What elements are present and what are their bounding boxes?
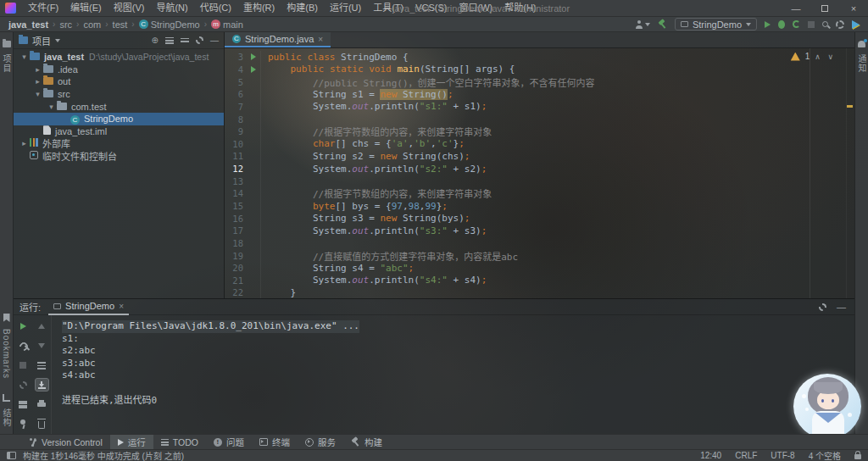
editor-tab[interactable]: C StringDemo.java ×	[225, 32, 331, 47]
user-avatar[interactable]	[793, 374, 861, 434]
tree-arrow-icon[interactable]: ▾	[19, 53, 30, 61]
close-button[interactable]: ×	[839, 0, 868, 16]
tree-arrow-icon[interactable]: ▾	[46, 103, 57, 111]
scrollbar-warning-mark[interactable]	[847, 105, 853, 108]
code-line[interactable]: 17 System.out.println("s3:" + s3);	[225, 225, 854, 237]
run-line-icon[interactable]	[251, 53, 256, 60]
tree-item-src[interactable]: ▾src	[14, 88, 224, 101]
code-line[interactable]: 5 //public String()，创建一个空白字符串对象，不含有任何内容	[225, 75, 854, 88]
file-encoding[interactable]: UTF-8	[771, 451, 794, 460]
tree-arrow-icon[interactable]: ▸	[32, 77, 43, 86]
collapse-all-button[interactable]	[181, 38, 189, 43]
menu-item[interactable]: 重构(R)	[237, 0, 281, 16]
plugin-icon[interactable]	[852, 20, 860, 29]
search-button[interactable]	[822, 21, 828, 27]
tool-stripe-bookmarks[interactable]: Bookmarks	[2, 314, 11, 379]
toolwindow-运行[interactable]: 运行	[110, 435, 153, 449]
panel-settings-button[interactable]	[196, 36, 203, 44]
run-line-icon[interactable]	[251, 66, 256, 73]
menu-item[interactable]: 代码(C)	[194, 0, 237, 16]
debug-button[interactable]	[778, 20, 785, 29]
code-line[interactable]: 22 }	[225, 286, 854, 298]
print-button[interactable]	[35, 397, 49, 411]
tree-item-out[interactable]: ▸out	[14, 75, 224, 88]
expand-all-button[interactable]	[165, 37, 174, 44]
lock-icon[interactable]	[854, 454, 861, 459]
profile-button[interactable]	[635, 20, 650, 29]
menu-item[interactable]: 文件(F)	[22, 0, 64, 16]
tree-item-java_test.iml[interactable]: java_test.iml	[14, 125, 224, 138]
tree-item---------[interactable]: 临时文件和控制台	[14, 150, 224, 163]
minimize-button[interactable]: —	[782, 0, 810, 16]
code-line[interactable]: 6 String s1 = new String();	[225, 88, 854, 101]
code-line[interactable]: 12 System.out.println("s2:" + s2);	[225, 163, 854, 175]
breadcrumb-item[interactable]: java_test	[8, 19, 48, 30]
run-tab[interactable]: StringDemo ×	[48, 299, 129, 315]
build-button[interactable]	[658, 19, 667, 29]
tree-arrow-icon[interactable]: ▸	[32, 65, 43, 74]
code-line[interactable]: 7 System.out.println("s1:" + s1);	[225, 101, 854, 114]
breadcrumb-item[interactable]: CStringDemo	[139, 19, 200, 30]
code-line[interactable]: 14 //根据字节数组的内容，来创建字符串对象	[225, 187, 854, 200]
stop-button[interactable]	[808, 21, 815, 28]
breadcrumb-item[interactable]: mmain	[211, 19, 243, 30]
toolwindow-终端[interactable]: 终端	[252, 435, 298, 449]
breadcrumb-item[interactable]: src	[59, 19, 72, 30]
maximize-button[interactable]	[810, 0, 839, 16]
scroll-to-end-button[interactable]	[35, 378, 49, 392]
toolwindow-服务[interactable]: 服务	[298, 435, 343, 449]
tool-stripe-project[interactable]: 项目	[0, 36, 13, 73]
code-line[interactable]: 20 String s4 = "abc";	[225, 262, 854, 275]
next-occurrence-button[interactable]	[35, 339, 49, 353]
close-tab-icon[interactable]: ×	[119, 302, 124, 311]
toolwindow-version-control[interactable]: Version Control	[22, 435, 110, 449]
pin-tab-button[interactable]	[16, 417, 31, 430]
tool-stripe-notifications[interactable]: 通知	[855, 34, 868, 73]
prev-occurrence-button[interactable]	[35, 319, 49, 333]
code-line[interactable]: 11 String s2 = new String(chs);	[225, 150, 854, 163]
toolwindow-构建[interactable]: 构建	[343, 435, 390, 449]
close-tab-icon[interactable]: ×	[318, 35, 323, 44]
tree-item-java_test[interactable]: ▾java_testD:\study\JavaProject\java_test	[14, 51, 224, 64]
code-line[interactable]: 3public class StringDemo {	[225, 51, 854, 64]
run-config-select[interactable]: StringDemo	[675, 18, 757, 31]
caret-position[interactable]: 12:40	[700, 451, 721, 460]
tree-item-.idea[interactable]: ▸.idea	[14, 64, 224, 76]
menu-item[interactable]: 运行(U)	[324, 0, 367, 16]
tree-arrow-icon[interactable]: ▸	[19, 139, 30, 147]
code-line[interactable]: 15 byte[] bys = {97,98,99};	[225, 200, 854, 213]
layout-settings-button[interactable]	[16, 397, 31, 411]
code-line[interactable]: 18	[225, 237, 854, 250]
code-line[interactable]: 8	[225, 113, 854, 125]
inspection-widget[interactable]: 1 ∧ ∨	[791, 52, 836, 61]
prev-next-warning-arrows[interactable]: ∧ ∨	[815, 53, 836, 61]
editor-scrollbar[interactable]	[846, 48, 854, 298]
tool-window-toggle-icon[interactable]	[7, 452, 16, 459]
toolwindow-问题[interactable]: !问题	[206, 435, 252, 449]
tool-stripe-structure[interactable]: 结构	[0, 387, 13, 427]
clear-console-button[interactable]	[35, 417, 49, 430]
code-line[interactable]: 13	[225, 175, 854, 187]
breadcrumb-item[interactable]: com	[83, 19, 101, 30]
coverage-button[interactable]	[793, 20, 800, 28]
tree-item-StringDemo[interactable]: CStringDemo	[14, 113, 224, 125]
tree-item-com.test[interactable]: ▾com.test	[14, 100, 224, 113]
menu-item[interactable]: 导航(N)	[150, 0, 193, 16]
settings-button[interactable]	[836, 20, 844, 29]
run-button[interactable]	[765, 21, 771, 28]
locate-button[interactable]: ⊕	[152, 36, 159, 45]
code-line[interactable]: 16 String s3 = new String(bys);	[225, 212, 854, 225]
code-line[interactable]: 9 //根据字符数组的内容，来创建字符串对象	[225, 125, 854, 138]
toolwindow-todo[interactable]: TODO	[153, 435, 206, 449]
breadcrumb-item[interactable]: test	[113, 19, 128, 30]
edit-configuration-button[interactable]	[16, 339, 31, 353]
indent-setting[interactable]: 4 个空格	[809, 449, 841, 461]
code-line[interactable]: 19 //直接赋值的方式创建字符串对象，内容就是abc	[225, 249, 854, 262]
menu-item[interactable]: 编辑(E)	[64, 0, 108, 16]
console-output[interactable]: "D:\Program Files\Java\jdk1.8.0_201\bin\…	[53, 315, 854, 434]
code-line[interactable]: 4 public static void main(String[] args)…	[225, 64, 854, 76]
code-line[interactable]: 21 System.out.println("s4:" + s4);	[225, 275, 854, 287]
hide-run-panel-button[interactable]: —	[837, 302, 846, 312]
stop-process-button[interactable]	[16, 358, 31, 372]
rerun-button[interactable]	[16, 319, 31, 333]
